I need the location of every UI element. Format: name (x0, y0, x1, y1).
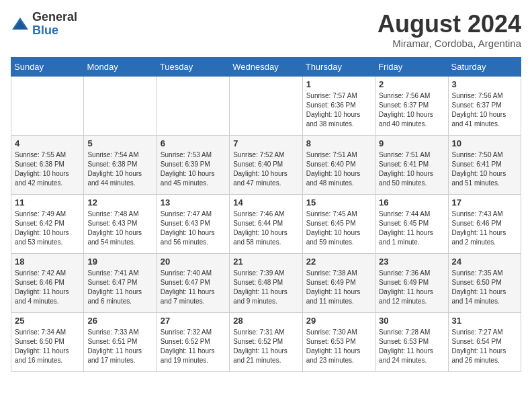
cell-content: 27Sunrise: 7:32 AM Sunset: 6:52 PM Dayli… (161, 316, 226, 365)
page-header: General Blue August 2024 Miramar, Cordob… (11, 11, 521, 49)
cell-content: 30Sunrise: 7:28 AM Sunset: 6:53 PM Dayli… (379, 316, 444, 365)
day-info: Sunrise: 7:45 AM Sunset: 6:45 PM Dayligh… (306, 210, 371, 247)
cell-content: 10Sunrise: 7:50 AM Sunset: 6:41 PM Dayli… (452, 138, 517, 188)
cell-content: 12Sunrise: 7:48 AM Sunset: 6:43 PM Dayli… (87, 197, 152, 247)
day-number: 30 (379, 316, 444, 326)
cell-content: 16Sunrise: 7:44 AM Sunset: 6:45 PM Dayli… (379, 197, 444, 247)
calendar-cell: 6Sunrise: 7:53 AM Sunset: 6:39 PM Daylig… (157, 135, 229, 194)
calendar-cell: 7Sunrise: 7:52 AM Sunset: 6:40 PM Daylig… (230, 135, 302, 194)
day-number: 16 (379, 197, 444, 208)
calendar-cell: 16Sunrise: 7:44 AM Sunset: 6:45 PM Dayli… (375, 194, 448, 253)
calendar-cell: 3Sunrise: 7:56 AM Sunset: 6:37 PM Daylig… (448, 76, 521, 135)
calendar-cell: 1Sunrise: 7:57 AM Sunset: 6:36 PM Daylig… (302, 76, 375, 135)
weekday-header-thursday: Thursday (302, 57, 375, 76)
day-info: Sunrise: 7:57 AM Sunset: 6:36 PM Dayligh… (306, 91, 371, 129)
cell-content: 4Sunrise: 7:55 AM Sunset: 6:38 PM Daylig… (15, 138, 80, 188)
calendar-row-3: 18Sunrise: 7:42 AM Sunset: 6:46 PM Dayli… (11, 253, 521, 312)
cell-content: 1Sunrise: 7:57 AM Sunset: 6:36 PM Daylig… (306, 79, 371, 129)
cell-content: 28Sunrise: 7:31 AM Sunset: 6:52 PM Dayli… (233, 316, 298, 365)
weekday-header-friday: Friday (375, 57, 448, 76)
calendar-cell: 25Sunrise: 7:34 AM Sunset: 6:50 PM Dayli… (11, 312, 84, 371)
day-number: 7 (233, 138, 298, 148)
day-number: 9 (379, 138, 444, 148)
logo: General Blue (11, 11, 77, 38)
cell-content: 9Sunrise: 7:51 AM Sunset: 6:41 PM Daylig… (379, 138, 444, 188)
day-number: 11 (15, 197, 80, 208)
calendar-cell: 19Sunrise: 7:41 AM Sunset: 6:47 PM Dayli… (84, 253, 157, 312)
calendar-cell: 18Sunrise: 7:42 AM Sunset: 6:46 PM Dayli… (11, 253, 84, 312)
weekday-header-monday: Monday (84, 57, 157, 76)
day-number: 18 (15, 257, 80, 267)
day-info: Sunrise: 7:36 AM Sunset: 6:49 PM Dayligh… (379, 269, 444, 306)
day-info: Sunrise: 7:43 AM Sunset: 6:46 PM Dayligh… (452, 210, 517, 247)
title-area: August 2024 Miramar, Cordoba, Argentina (378, 11, 521, 49)
day-number: 4 (15, 138, 80, 148)
day-number: 26 (87, 316, 152, 326)
calendar-cell: 13Sunrise: 7:47 AM Sunset: 6:43 PM Dayli… (157, 194, 229, 253)
day-number: 13 (161, 197, 226, 208)
calendar-cell: 4Sunrise: 7:55 AM Sunset: 6:38 PM Daylig… (11, 135, 84, 194)
calendar-cell: 28Sunrise: 7:31 AM Sunset: 6:52 PM Dayli… (230, 312, 302, 371)
cell-content: 25Sunrise: 7:34 AM Sunset: 6:50 PM Dayli… (15, 316, 80, 365)
cell-content: 11Sunrise: 7:49 AM Sunset: 6:42 PM Dayli… (15, 197, 80, 247)
calendar-row-1: 4Sunrise: 7:55 AM Sunset: 6:38 PM Daylig… (11, 135, 521, 194)
day-number: 1 (306, 79, 371, 89)
cell-content: 15Sunrise: 7:45 AM Sunset: 6:45 PM Dayli… (306, 197, 371, 247)
day-info: Sunrise: 7:53 AM Sunset: 6:39 PM Dayligh… (161, 150, 226, 188)
day-number: 23 (379, 257, 444, 267)
day-number: 20 (161, 257, 226, 267)
calendar-cell: 26Sunrise: 7:33 AM Sunset: 6:51 PM Dayli… (84, 312, 157, 371)
day-number: 29 (306, 316, 371, 326)
day-info: Sunrise: 7:51 AM Sunset: 6:41 PM Dayligh… (379, 150, 444, 188)
calendar-cell (230, 76, 302, 135)
cell-content: 20Sunrise: 7:40 AM Sunset: 6:47 PM Dayli… (161, 257, 226, 306)
day-number: 22 (306, 257, 371, 267)
cell-content: 3Sunrise: 7:56 AM Sunset: 6:37 PM Daylig… (452, 79, 517, 129)
day-info: Sunrise: 7:32 AM Sunset: 6:52 PM Dayligh… (161, 328, 226, 365)
weekday-header-row: SundayMondayTuesdayWednesdayThursdayFrid… (11, 57, 521, 76)
day-number: 27 (161, 316, 226, 326)
calendar-cell: 31Sunrise: 7:27 AM Sunset: 6:54 PM Dayli… (448, 312, 521, 371)
calendar-cell: 23Sunrise: 7:36 AM Sunset: 6:49 PM Dayli… (375, 253, 448, 312)
day-info: Sunrise: 7:49 AM Sunset: 6:42 PM Dayligh… (15, 210, 80, 247)
day-number: 25 (15, 316, 80, 326)
calendar-cell: 14Sunrise: 7:46 AM Sunset: 6:44 PM Dayli… (230, 194, 302, 253)
calendar-cell: 29Sunrise: 7:30 AM Sunset: 6:53 PM Dayli… (302, 312, 375, 371)
cell-content: 5Sunrise: 7:54 AM Sunset: 6:38 PM Daylig… (87, 138, 152, 188)
day-info: Sunrise: 7:56 AM Sunset: 6:37 PM Dayligh… (452, 91, 517, 129)
day-number: 2 (379, 79, 444, 89)
day-info: Sunrise: 7:44 AM Sunset: 6:45 PM Dayligh… (379, 210, 444, 247)
calendar-cell: 12Sunrise: 7:48 AM Sunset: 6:43 PM Dayli… (84, 194, 157, 253)
location-subtitle: Miramar, Cordoba, Argentina (378, 38, 521, 49)
cell-content: 6Sunrise: 7:53 AM Sunset: 6:39 PM Daylig… (161, 138, 226, 188)
cell-content: 19Sunrise: 7:41 AM Sunset: 6:47 PM Dayli… (87, 257, 152, 306)
weekday-header-tuesday: Tuesday (157, 57, 229, 76)
day-number: 28 (233, 316, 298, 326)
calendar-table: SundayMondayTuesdayWednesdayThursdayFrid… (11, 57, 521, 372)
day-info: Sunrise: 7:50 AM Sunset: 6:41 PM Dayligh… (452, 150, 517, 188)
cell-content: 23Sunrise: 7:36 AM Sunset: 6:49 PM Dayli… (379, 257, 444, 306)
day-info: Sunrise: 7:48 AM Sunset: 6:43 PM Dayligh… (87, 210, 152, 247)
calendar-cell: 9Sunrise: 7:51 AM Sunset: 6:41 PM Daylig… (375, 135, 448, 194)
weekday-header-wednesday: Wednesday (230, 57, 302, 76)
day-number: 17 (452, 197, 517, 208)
day-number: 10 (452, 138, 517, 148)
day-info: Sunrise: 7:47 AM Sunset: 6:43 PM Dayligh… (161, 210, 226, 247)
cell-content: 24Sunrise: 7:35 AM Sunset: 6:50 PM Dayli… (452, 257, 517, 306)
calendar-cell: 2Sunrise: 7:56 AM Sunset: 6:37 PM Daylig… (375, 76, 448, 135)
calendar-row-0: 1Sunrise: 7:57 AM Sunset: 6:36 PM Daylig… (11, 76, 521, 135)
calendar-cell: 17Sunrise: 7:43 AM Sunset: 6:46 PM Dayli… (448, 194, 521, 253)
day-number: 8 (306, 138, 371, 148)
day-info: Sunrise: 7:38 AM Sunset: 6:49 PM Dayligh… (306, 269, 371, 306)
day-number: 31 (452, 316, 517, 326)
cell-content: 22Sunrise: 7:38 AM Sunset: 6:49 PM Dayli… (306, 257, 371, 306)
cell-content: 31Sunrise: 7:27 AM Sunset: 6:54 PM Dayli… (452, 316, 517, 365)
calendar-cell: 30Sunrise: 7:28 AM Sunset: 6:53 PM Dayli… (375, 312, 448, 371)
calendar-cell: 27Sunrise: 7:32 AM Sunset: 6:52 PM Dayli… (157, 312, 229, 371)
day-info: Sunrise: 7:34 AM Sunset: 6:50 PM Dayligh… (15, 328, 80, 365)
logo-icon (11, 15, 30, 34)
day-info: Sunrise: 7:52 AM Sunset: 6:40 PM Dayligh… (233, 150, 298, 188)
day-number: 12 (87, 197, 152, 208)
logo-blue-text: Blue (32, 24, 77, 38)
cell-content: 29Sunrise: 7:30 AM Sunset: 6:53 PM Dayli… (306, 316, 371, 365)
